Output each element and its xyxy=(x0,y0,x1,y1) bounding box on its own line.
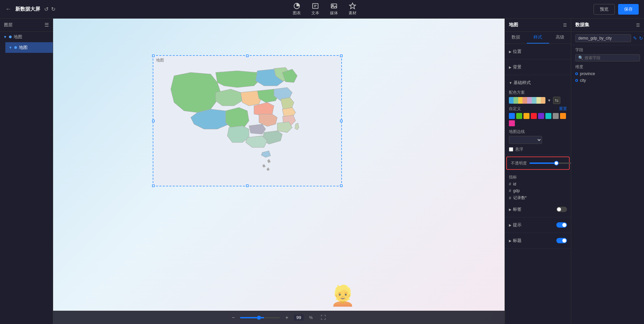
tab-style[interactable]: 样式 xyxy=(527,32,549,44)
swatch-cyan[interactable] xyxy=(545,113,551,119)
zoom-value: 99 xyxy=(294,314,304,321)
swatch-gray[interactable] xyxy=(553,113,559,119)
border-group: 地图边线 xyxy=(509,129,567,144)
layer-item-map-group[interactable]: ▼ 地图 xyxy=(0,32,53,42)
resize-handle-bc[interactable] xyxy=(246,184,249,187)
layers-panel: 图层 ☰ ▼ 地图 ▼ 地图 xyxy=(0,19,53,324)
custom-header-row: 自定义 重置 xyxy=(509,106,567,112)
tool-media-label: 媒体 xyxy=(330,10,338,16)
svg-marker-6 xyxy=(349,3,355,9)
map-widget-label: 地图 xyxy=(156,57,164,63)
map-settings-menu-icon[interactable]: ☰ xyxy=(563,23,567,28)
back-button[interactable]: ← xyxy=(5,6,11,13)
color-palette[interactable] xyxy=(509,97,545,104)
background-toggle[interactable]: ▶ 背景 xyxy=(509,64,522,70)
swatch-yellow[interactable] xyxy=(523,113,529,119)
layers-menu-icon[interactable]: ☰ xyxy=(44,22,49,28)
save-button[interactable]: 保存 xyxy=(618,4,639,15)
border-select-row xyxy=(509,136,567,144)
custom-label: 自定义 xyxy=(509,106,521,112)
tool-chart[interactable]: 图表 xyxy=(293,2,301,16)
indicator-count: # 记录数* xyxy=(505,194,571,202)
palette-c4 xyxy=(523,97,527,104)
layers-panel-header: 图层 ☰ xyxy=(0,19,53,32)
resize-handle-tr[interactable] xyxy=(340,54,343,57)
color-scheme-row: ▼ ⇆ xyxy=(509,97,567,104)
dim-item-city: city xyxy=(575,77,640,84)
zoom-minus-icon[interactable]: − xyxy=(232,315,235,321)
resize-handle-tc[interactable] xyxy=(246,54,249,57)
label-section: ▶ 标签 xyxy=(505,202,571,217)
label-toggle-arrow[interactable]: ▶ 标签 xyxy=(509,206,522,212)
float-row: 悬浮 xyxy=(509,147,567,152)
swatch-green[interactable] xyxy=(516,113,522,119)
swatch-purple[interactable] xyxy=(538,113,544,119)
field-label: 字段 xyxy=(575,47,640,53)
china-map-svg xyxy=(153,56,341,186)
palette-c8 xyxy=(541,97,545,104)
resize-handle-tl[interactable] xyxy=(152,54,155,57)
topbar-actions: 预览 保存 xyxy=(594,4,639,15)
style-tabs: 数据 样式 高级 xyxy=(505,32,571,44)
tab-data[interactable]: 数据 xyxy=(505,32,527,44)
resize-handle-br[interactable] xyxy=(340,184,343,187)
tool-media[interactable]: 媒体 xyxy=(330,2,338,16)
title-row: ▶ 标题 xyxy=(509,236,567,246)
palette-swap-button[interactable]: ⇆ xyxy=(553,97,560,104)
tool-material[interactable]: 素材 xyxy=(349,2,357,16)
dim-item-province: province xyxy=(575,70,640,77)
zoom-plus-icon[interactable]: + xyxy=(285,315,288,321)
resize-handle-ml[interactable] xyxy=(152,120,155,122)
title-toggle[interactable] xyxy=(556,238,567,243)
label-arrow: ▶ xyxy=(509,208,512,211)
title-toggle-arrow[interactable]: ▶ 标题 xyxy=(509,238,522,244)
label-toggle[interactable] xyxy=(556,207,567,212)
swatch-pink[interactable] xyxy=(509,120,515,126)
dataset-menu-icon[interactable]: ☰ xyxy=(636,23,640,28)
main-area: 图层 ☰ ▼ 地图 ▼ 地图 地图 xyxy=(0,19,644,324)
reset-link[interactable]: 重置 xyxy=(559,106,567,112)
dim-label: 维度 xyxy=(575,64,640,70)
background-section: ▶ 背景 xyxy=(505,59,571,75)
map-widget[interactable]: 地图 xyxy=(153,55,342,186)
tool-text[interactable]: 文本 xyxy=(311,2,319,16)
swatch-red[interactable] xyxy=(531,113,537,119)
redo-button[interactable]: ↻ xyxy=(51,6,55,12)
preview-button[interactable]: 预览 xyxy=(594,4,615,15)
layer-item-map[interactable]: ▼ 地图 xyxy=(5,42,53,53)
search-input[interactable] xyxy=(585,55,637,60)
layer-label-map-group: 地图 xyxy=(14,34,22,40)
layer-sub-arrow-icon: ▼ xyxy=(9,46,12,50)
resize-handle-mr[interactable] xyxy=(340,120,343,122)
palette-dropdown-icon[interactable]: ▼ xyxy=(547,98,551,102)
dataset-panel: 数据集 ☰ ✎ ↻ 字段 🔍 维度 province city xyxy=(571,19,644,324)
fit-screen-icon[interactable]: ⛶ xyxy=(321,315,326,321)
opacity-slider[interactable] xyxy=(529,162,571,164)
base-style-toggle[interactable]: ▼ 基础样式 xyxy=(509,80,531,86)
undo-button[interactable]: ↺ xyxy=(44,6,48,12)
swatch-orange[interactable] xyxy=(560,113,566,119)
custom-colors-group: 自定义 重置 xyxy=(509,106,567,126)
topbar-title: 新数据大屏 xyxy=(15,6,40,12)
tool-material-label: 素材 xyxy=(349,10,357,16)
topbar-left: ← 新数据大屏 ↺ ↻ xyxy=(5,6,55,13)
map-settings-header: 地图 ☰ xyxy=(505,19,571,32)
dim-dot-city xyxy=(575,79,578,82)
resize-handle-bl[interactable] xyxy=(152,184,155,187)
tab-advanced[interactable]: 高级 xyxy=(549,32,571,44)
swatch-blue[interactable] xyxy=(509,113,515,119)
border-select[interactable] xyxy=(509,136,542,144)
dataset-edit-icon[interactable]: ✎ xyxy=(633,36,637,41)
search-field: 🔍 xyxy=(575,54,640,61)
zoom-slider[interactable] xyxy=(240,317,280,318)
tooltip-toggle[interactable] xyxy=(556,222,567,228)
tooltip-toggle-arrow[interactable]: ▶ 提示 xyxy=(509,222,522,228)
base-style-section: ▼ 基础样式 配色方案 xyxy=(505,75,571,155)
canvas-area[interactable]: 地图 xyxy=(53,19,505,324)
position-toggle[interactable]: ▶ 位置 xyxy=(509,49,522,54)
map-settings-title: 地图 xyxy=(509,22,518,28)
tool-text-label: 文本 xyxy=(311,10,319,16)
dataset-refresh-icon[interactable]: ↻ xyxy=(639,36,643,41)
float-checkbox[interactable] xyxy=(509,147,513,152)
dataset-name-input[interactable] xyxy=(575,34,631,42)
